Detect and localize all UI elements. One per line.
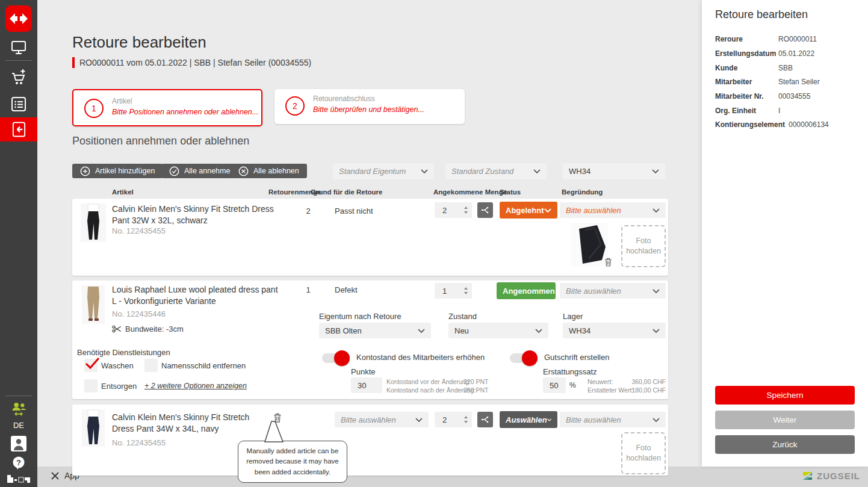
reject-all-button[interactable]: Alle ablehnen: [231, 164, 307, 178]
monitor-icon: [10, 40, 27, 56]
back-button[interactable]: Zurück: [715, 435, 855, 454]
refund-rate-input[interactable]: 50: [543, 377, 566, 393]
increase-balance-toggle[interactable]: [322, 353, 347, 363]
sidebar-item-dashboard[interactable]: [0, 38, 37, 57]
services-label: Benötigte Dienstleistungen: [77, 348, 170, 357]
justification-dropdown[interactable]: Bitte auswählen: [560, 283, 666, 299]
photo-upload-dropzone[interactable]: Foto hochladen: [621, 225, 666, 267]
checkbox-namensschild-label: Namensschild entfernen: [161, 361, 246, 370]
column-header-status: Status: [500, 188, 521, 196]
sidebar-item-orders[interactable]: [0, 93, 37, 115]
create-credit-toggle[interactable]: [510, 353, 535, 363]
checkbox-namensschild[interactable]: [144, 359, 158, 372]
profile-button[interactable]: [0, 435, 37, 452]
panel-field: Kontierungselement 0000006134: [715, 120, 860, 129]
chevron-down-icon: [653, 418, 660, 422]
more-options-link[interactable]: + 2 weitere Optionen anzeigen: [144, 382, 247, 390]
photo-upload-dropzone[interactable]: Foto hochladen: [621, 432, 666, 474]
split-icon: [480, 415, 490, 424]
quantity-stepper[interactable]: [464, 283, 468, 299]
close-icon[interactable]: [51, 472, 59, 480]
arrived-quantity-input[interactable]: 1: [435, 283, 472, 299]
arrived-quantity-value: 2: [442, 206, 447, 215]
status-dropdown[interactable]: Angenommen: [497, 282, 556, 299]
field-label: Mitarbeiter: [715, 78, 752, 86]
warehouse-dropdown[interactable]: WH34: [563, 163, 665, 179]
arrived-quantity-input[interactable]: 2: [435, 412, 472, 427]
justification-dropdown[interactable]: Bitte auswählen: [560, 202, 666, 218]
sbb-logo-icon: [5, 5, 32, 32]
chevron-down-icon: [652, 169, 659, 173]
field-value: 00034555: [778, 92, 810, 101]
sidebar-item-returns-active[interactable]: [0, 117, 37, 141]
zugseil-brand: ZUGSEIL: [802, 470, 860, 482]
help-button[interactable]: ?: [0, 455, 37, 471]
justification-dropdown[interactable]: Bitte auswählen: [560, 412, 666, 427]
toggle-knob: [522, 350, 538, 366]
points-input[interactable]: 30: [351, 377, 382, 393]
return-item-row: Calvin Klein Men's Skinny Fit Stretch Dr…: [72, 405, 668, 476]
step-1-card[interactable]: 1 Artikel Bitte Positionen annehmen oder…: [72, 89, 262, 126]
arrived-quantity-input[interactable]: 2: [435, 202, 472, 218]
condition-value: Neu: [454, 326, 469, 335]
reason-dropdown[interactable]: Bitte auswählen: [335, 412, 429, 427]
standard-ownership-dropdown[interactable]: Standard Eigentum: [333, 163, 434, 179]
chevron-down-icon: [533, 169, 541, 173]
return-item-row: Louis Raphael Luxe wool pleated dress pa…: [72, 281, 668, 399]
photo-upload-label: Foto hochladen: [622, 443, 665, 464]
balance-after-label: Kontostand nach der Änderung:: [386, 386, 476, 395]
add-article-button[interactable]: Artikel hinzufügen: [72, 164, 163, 178]
return-quantity: 2: [296, 206, 320, 216]
checkbox-waschen[interactable]: [84, 359, 98, 372]
sidebar-item-shop[interactable]: [0, 66, 37, 88]
chevron-down-icon: [653, 329, 660, 333]
field-label: Org. Einheit: [715, 107, 756, 115]
warehouse-row-dropdown[interactable]: WH34: [563, 323, 666, 338]
panel-title: Retoure bearbeiten: [715, 8, 808, 21]
status-dropdown[interactable]: Auswählen: [500, 411, 557, 428]
checkbox-waschen-label: Waschen: [101, 361, 134, 370]
panel-field: Reroure RO0000011: [715, 35, 860, 43]
language-switcher[interactable]: DE: [0, 420, 37, 430]
page-subtitle: RO0000011 vom 05.01.2022 | SBB | Stefan …: [79, 58, 311, 67]
sidebar-item-user-switch[interactable]: [0, 401, 37, 417]
field-label: Mitarbeiter Nr.: [715, 92, 764, 101]
balance-after-value: 250 PNT: [463, 386, 488, 394]
save-button[interactable]: Speichern: [715, 386, 855, 405]
delete-photo-icon[interactable]: [604, 258, 612, 267]
next-button[interactable]: Weiter: [715, 411, 855, 429]
step-2-number: 2: [285, 96, 305, 116]
ownership-dropdown[interactable]: SBB Olten: [319, 323, 431, 338]
language-label: DE: [13, 421, 24, 430]
scissors-icon: [112, 325, 122, 333]
field-value: RO0000011: [778, 35, 817, 43]
status-dropdown[interactable]: Abgelehnt: [500, 202, 557, 219]
standard-condition-dropdown[interactable]: Standard Zustand: [445, 163, 547, 179]
chevron-down-icon: [535, 329, 542, 333]
uploaded-photo-thumbnail[interactable]: [571, 223, 608, 266]
split-position-button[interactable]: [477, 412, 493, 427]
field-label: Kunde: [715, 64, 737, 72]
quantity-stepper[interactable]: [464, 202, 468, 218]
justification-placeholder: Bitte auswählen: [566, 415, 621, 424]
checkbox-entsorgen[interactable]: [84, 379, 98, 392]
condition-dropdown[interactable]: Neu: [448, 323, 548, 338]
field-value: 05.01.2022: [778, 49, 814, 58]
accept-all-label: Alle annehmen: [184, 167, 234, 175]
new-value: 360,00 CHF: [614, 378, 666, 385]
step-2-card[interactable]: 2 Retourenabschluss Bitte überprüfen und…: [274, 89, 465, 124]
return-reason: Defekt: [335, 285, 358, 294]
quantity-stepper[interactable]: [464, 412, 468, 427]
refund-rate-value: 50: [550, 381, 558, 390]
split-position-button[interactable]: [477, 202, 493, 218]
sbb-logo[interactable]: [0, 5, 37, 32]
panel-field: Erstellungsdatum 05.01.2022: [715, 49, 860, 58]
chevron-down-icon: [544, 208, 551, 212]
brand-label: ZUGSEIL: [817, 471, 860, 481]
ownership-value: SBB Olten: [325, 326, 362, 335]
condition-label: Zustand: [448, 312, 477, 321]
toggle-knob: [334, 350, 350, 366]
section-title: Positionen annehmen oder ablehnen: [72, 135, 249, 147]
product-image: [81, 203, 106, 242]
status-placeholder: Auswählen: [506, 415, 547, 424]
